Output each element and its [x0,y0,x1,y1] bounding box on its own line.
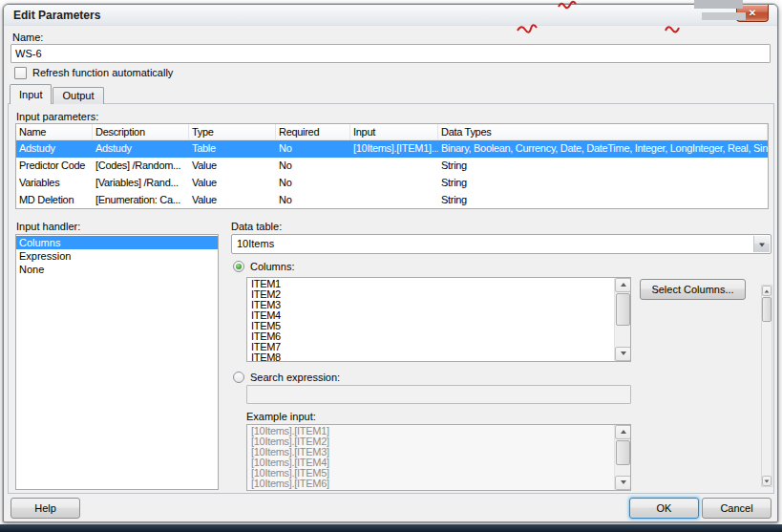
cell-name: Adstudy [16,140,93,158]
input-handler-list[interactable]: Columns Expression None [15,234,219,490]
combobox-dropdown-button[interactable] [753,236,770,252]
list-item[interactable]: ITEM6 [248,331,613,342]
search-expression-radio[interactable] [233,372,244,383]
cell-name: MD Deletion [16,192,93,209]
cell-required: No [276,158,350,175]
example-list-items: [10Items].[ITEM1] [10Items].[ITEM2] [10I… [248,426,613,490]
input-parameters-label: Input parameters: [16,111,98,122]
columns-radio-row[interactable]: Columns: [233,261,294,272]
cell-input [350,158,438,175]
columns-listbox[interactable]: ITEM1 ITEM2 ITEM3 ITEM4 ITEM5 ITEM6 ITEM… [246,277,631,362]
table-row[interactable]: Adstudy Adstudy Table No [10Items].[ITEM… [16,140,768,158]
redaction-scribble-icon [665,23,680,33]
edit-parameters-dialog: Edit Parameters ✕ Name: Refresh function… [3,4,778,522]
scroll-up-button[interactable] [615,278,631,292]
example-input-label: Example input: [246,411,316,422]
tab-input[interactable]: Input [10,84,52,104]
scrollbar-thumb[interactable] [762,297,771,322]
scroll-down-icon [621,351,626,355]
tab-output[interactable]: Output [53,87,103,104]
cell-data-types: String [438,158,768,175]
table-header-row: Name Description Type Required Input Dat… [16,124,768,140]
name-input[interactable] [11,44,771,63]
scroll-down-icon [765,479,770,482]
cell-data-types: Binary, Boolean, Currency, Date, DateTim… [438,140,768,158]
scroll-up-icon [765,289,770,292]
cell-input [350,175,438,192]
cancel-button[interactable]: Cancel [702,498,771,519]
taskbar-edge [0,524,782,532]
ok-button[interactable]: OK [629,498,699,519]
column-header-input[interactable]: Input [350,124,438,139]
data-table-combobox[interactable]: 10Items [231,234,771,254]
redacted-block [702,12,746,20]
scroll-up-button[interactable] [615,425,631,439]
cell-name: Predictor Code [16,158,93,175]
column-header-name[interactable]: Name [16,124,93,139]
chevron-down-icon [759,243,765,246]
input-handler-label: Input handler: [16,221,80,232]
columns-scrollbar[interactable] [614,278,630,361]
columns-radio-label: Columns: [250,261,294,272]
search-expression-radio-row[interactable]: Search expression: [233,372,340,383]
list-item[interactable]: ITEM2 [248,289,613,300]
cell-type: Value [189,192,276,209]
tab-strip: Input Output [10,84,105,104]
refresh-checkbox-row[interactable]: Refresh function automatically [14,66,173,79]
list-item[interactable]: ITEM5 [248,321,613,331]
refresh-checkbox[interactable] [14,67,27,79]
redacted-block [694,0,743,9]
cell-required: No [276,192,350,209]
scrollbar-thumb[interactable] [616,293,630,326]
list-item[interactable]: ITEM4 [248,310,613,321]
table-row[interactable]: MD Deletion [Enumeration: Ca... Value No… [16,192,768,209]
data-table-value: 10Items [237,238,274,249]
list-item[interactable]: Expression [16,249,218,263]
table-row[interactable]: Predictor Code [Codes] /Random... Value … [16,158,768,175]
select-columns-button[interactable]: Select Columns... [640,279,746,300]
example-input-listbox: [10Items].[ITEM1] [10Items].[ITEM2] [10I… [246,424,631,491]
scroll-down-icon [621,480,626,484]
cell-description: [Variables] /Rand... [93,175,189,192]
input-parameters-table: Name Description Type Required Input Dat… [15,123,769,209]
search-expression-label: Search expression: [250,372,340,383]
cell-name: Variables [16,175,93,192]
cell-description: Adstudy [93,140,189,158]
scrollbar-thumb[interactable] [616,440,630,465]
scroll-down-button[interactable] [615,476,631,490]
columns-radio[interactable] [233,261,244,272]
cell-required: No [276,140,350,158]
cell-data-types: String [438,192,768,209]
data-table-label: Data table: [231,221,282,232]
title-bar[interactable]: Edit Parameters ✕ [4,5,777,26]
columns-list-items: ITEM1 ITEM2 ITEM3 ITEM4 ITEM5 ITEM6 ITEM… [248,279,613,361]
table-row[interactable]: Variables [Variables] /Rand... Value No … [16,175,768,192]
list-item[interactable]: ITEM7 [248,342,613,352]
cell-description: [Codes] /Random... [93,158,189,175]
refresh-checkbox-label: Refresh function automatically [32,67,173,78]
list-item[interactable]: ITEM8 [248,352,613,361]
name-label: Name: [12,32,43,43]
cell-type: Value [189,175,276,192]
scroll-up-button[interactable] [762,286,771,296]
scroll-down-button[interactable] [762,476,771,486]
list-item[interactable]: ITEM1 [248,279,613,289]
scroll-up-icon [621,430,626,434]
column-header-data-types[interactable]: Data Types [438,124,768,139]
scroll-down-button[interactable] [615,347,631,361]
list-item[interactable]: Columns [16,236,218,249]
list-item[interactable]: ITEM3 [248,300,613,310]
cell-data-types: String [438,175,768,192]
column-header-type[interactable]: Type [189,124,276,139]
pane-scrollbar[interactable] [761,285,772,487]
redaction-scribble-icon [517,23,538,33]
scroll-up-icon [621,283,626,287]
example-scrollbar[interactable] [614,425,630,490]
window-title: Edit Parameters [13,9,100,22]
list-item: [10Items].[ITEM6] [248,479,613,489]
column-header-required[interactable]: Required [276,124,350,139]
list-item[interactable]: None [16,263,218,276]
help-button[interactable]: Help [11,498,80,519]
search-expression-input [246,385,631,404]
column-header-description[interactable]: Description [93,124,189,139]
